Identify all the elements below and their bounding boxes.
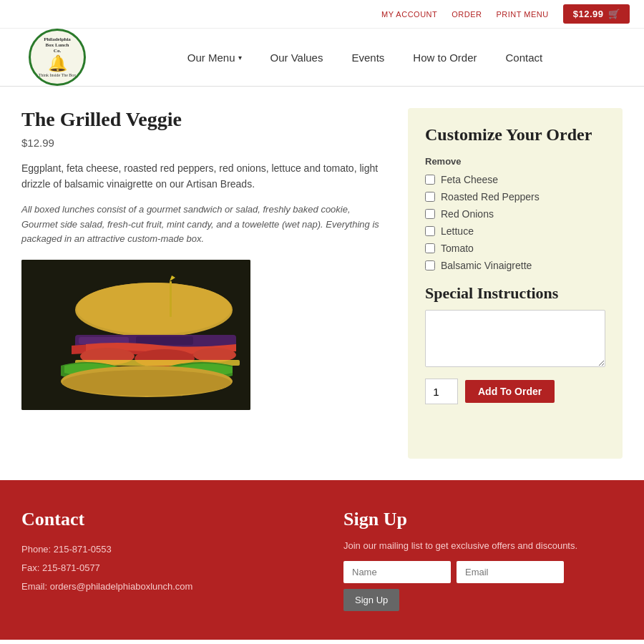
- product-price: $12.99: [21, 137, 386, 149]
- nav-our-values-label: Our Values: [270, 52, 323, 64]
- footer: Contact Phone: 215-871-0553 Fax: 215-871…: [0, 480, 644, 640]
- left-panel: The Grilled Veggie $12.99 Eggplant, feta…: [21, 108, 386, 459]
- balsamic-vinaigrette-label: Balsamic Vinaigrette: [441, 260, 532, 271]
- nav-events-label: Events: [351, 52, 384, 64]
- print-menu-link[interactable]: PRINT MENU: [496, 10, 548, 19]
- logo-bell-icon: 🔔: [48, 54, 67, 73]
- nav-how-to-order-label: How to Order: [413, 52, 477, 64]
- right-panel: Customize Your Order Remove Feta Cheese …: [408, 108, 623, 459]
- checkbox-tomato: Tomato: [425, 243, 605, 254]
- nav-events[interactable]: Events: [337, 44, 399, 71]
- product-image: [21, 260, 250, 410]
- red-onions-checkbox[interactable]: [425, 209, 435, 219]
- nav-our-menu-label: Our Menu: [187, 52, 235, 64]
- customize-title: Customize Your Order: [425, 125, 605, 145]
- signup-button[interactable]: Sign Up: [343, 589, 399, 611]
- nav-our-values[interactable]: Our Values: [256, 44, 338, 71]
- feta-cheese-label: Feta Cheese: [441, 174, 498, 185]
- special-instructions-input[interactable]: [425, 310, 605, 367]
- quantity-input[interactable]: [425, 379, 458, 404]
- svg-point-2: [77, 283, 231, 334]
- lettuce-checkbox[interactable]: [425, 226, 435, 236]
- checkbox-balsamic-vinaigrette: Balsamic Vinaigrette: [425, 260, 605, 271]
- footer-signup: Sign Up Join our mailing list to get exc…: [343, 509, 623, 611]
- nav-how-to-order[interactable]: How to Order: [399, 44, 491, 71]
- cart-price: $12.99: [573, 9, 604, 19]
- footer-signup-desc: Join our mailing list to get exclusive o…: [343, 540, 623, 551]
- signup-name-input[interactable]: [343, 561, 451, 583]
- nav-our-menu[interactable]: Our Menu ▾: [173, 44, 256, 71]
- order-controls: Add To Order: [425, 379, 605, 404]
- logo-text-top: PhiladelphiaBox LunchCo.: [44, 37, 71, 54]
- tomato-checkbox[interactable]: [425, 243, 435, 253]
- checkbox-red-onions: Red Onions: [425, 208, 605, 220]
- order-link[interactable]: ORDER: [452, 10, 482, 19]
- footer-contact-info: Phone: 215-871-0553 Fax: 215-871-0577 Em…: [21, 540, 301, 596]
- cart-icon: 🛒: [608, 9, 620, 19]
- special-instructions-title: Special Instructions: [425, 284, 605, 303]
- footer-contact-title: Contact: [21, 509, 301, 530]
- lettuce-label: Lettuce: [441, 225, 474, 237]
- add-to-order-button[interactable]: Add To Order: [465, 380, 555, 403]
- svg-rect-3: [170, 281, 172, 317]
- nav-links: Our Menu ▾ Our Values Events How to Orde…: [107, 44, 623, 71]
- footer-email: Email: orders@philadelphiaboxlunch.com: [21, 577, 301, 596]
- checkbox-lettuce: Lettuce: [425, 225, 605, 237]
- product-description: Eggplant, feta cheese, roasted red peppe…: [21, 160, 386, 192]
- top-bar: MY ACCOUNT ORDER PRINT MENU $12.99 🛒: [0, 0, 644, 29]
- product-title: The Grilled Veggie: [21, 108, 386, 131]
- footer-contact: Contact Phone: 215-871-0553 Fax: 215-871…: [21, 509, 301, 611]
- footer-phone: Phone: 215-871-0553: [21, 540, 301, 559]
- svg-point-13: [62, 370, 231, 396]
- svg-rect-7: [136, 336, 193, 345]
- feta-cheese-checkbox[interactable]: [425, 175, 435, 185]
- roasted-red-peppers-checkbox[interactable]: [425, 192, 435, 202]
- chevron-down-icon: ▾: [238, 54, 242, 62]
- logo-text-bottom: Think Inside The Box: [39, 73, 77, 77]
- tomato-label: Tomato: [441, 243, 474, 254]
- nav-contact-label: Contact: [506, 52, 543, 64]
- roasted-red-peppers-label: Roasted Red Peppers: [441, 191, 540, 203]
- logo-circle: PhiladelphiaBox LunchCo. 🔔 Think Inside …: [29, 29, 86, 86]
- balsamic-vinaigrette-checkbox[interactable]: [425, 260, 435, 270]
- remove-label: Remove: [425, 156, 605, 167]
- cart-button[interactable]: $12.99 🛒: [563, 4, 630, 24]
- product-description-italic: All boxed lunches consist of a gourmet s…: [21, 203, 386, 247]
- signup-email-input[interactable]: [457, 561, 564, 583]
- red-onions-label: Red Onions: [441, 208, 494, 220]
- nav-contact[interactable]: Contact: [492, 44, 557, 71]
- logo[interactable]: PhiladelphiaBox LunchCo. 🔔 Think Inside …: [21, 29, 93, 86]
- my-account-link[interactable]: MY ACCOUNT: [381, 10, 437, 19]
- checkbox-feta-cheese: Feta Cheese: [425, 174, 605, 185]
- signup-form: Sign Up: [343, 561, 623, 611]
- footer-signup-title: Sign Up: [343, 509, 623, 530]
- main-content: The Grilled Veggie $12.99 Eggplant, feta…: [0, 87, 644, 480]
- checkbox-roasted-red-peppers: Roasted Red Peppers: [425, 191, 605, 203]
- nav-bar: PhiladelphiaBox LunchCo. 🔔 Think Inside …: [0, 29, 644, 87]
- footer-fax: Fax: 215-871-0577: [21, 559, 301, 577]
